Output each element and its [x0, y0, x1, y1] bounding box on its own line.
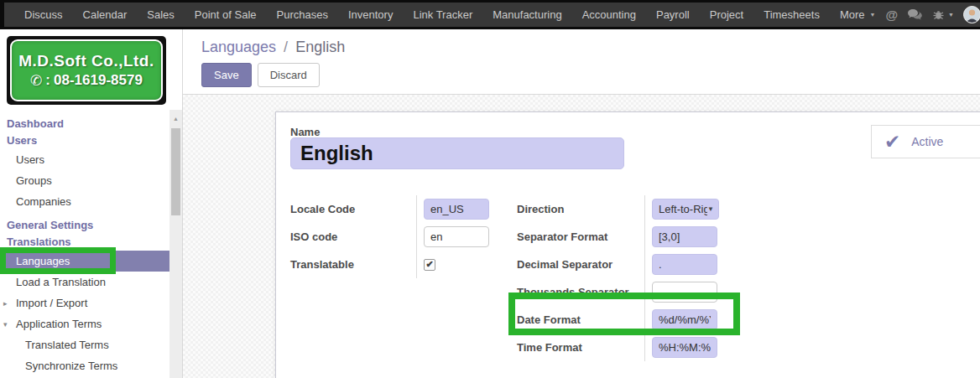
iso-code-label: ISO code [290, 230, 416, 243]
nav-item-discuss[interactable]: Discuss [14, 8, 73, 21]
sidebar-item-import-export[interactable]: ▸Import / Export [0, 293, 169, 313]
separator-format-label: Separator Format [517, 230, 644, 243]
sidebar-item-groups[interactable]: Groups [0, 170, 169, 191]
company-logo: M.D.Soft Co.,Ltd. ✆ : 08-1619-8579 [7, 36, 166, 105]
nav-item-point-of-sale[interactable]: Point of Sale [185, 8, 267, 21]
locale-code-input[interactable] [424, 199, 489, 220]
name-input[interactable] [290, 137, 624, 169]
time-format-input[interactable] [652, 337, 717, 358]
nav-item-purchases[interactable]: Purchases [267, 8, 338, 21]
avatar[interactable] [963, 6, 980, 23]
scrollbar-thumb[interactable] [171, 128, 180, 215]
sidebar-section-general-settings[interactable]: General Settings [0, 217, 169, 234]
chevron-down-icon: ▼ [870, 12, 876, 18]
field-row-decimal-separator: Decimal Separator [517, 251, 719, 278]
company-phone: ✆ : 08-1619-8579 [30, 72, 143, 90]
chevron-right-icon: ▸ [3, 298, 8, 309]
mentions-icon[interactable]: @ [885, 8, 898, 22]
save-button[interactable]: Save [201, 63, 252, 87]
content-area: Name Locale Code ISO code Translatable ✔ [183, 94, 980, 378]
sidebar-menu: Dashboard Users Users Groups Companies G… [0, 116, 169, 376]
check-icon: ✔ [425, 260, 433, 269]
field-row-thousands-separator: Thousands Separator [517, 278, 719, 306]
sidebar-item-dashboard[interactable]: Dashboard [0, 116, 169, 132]
translatable-checkbox[interactable]: ✔ [424, 259, 435, 271]
nav-item-more[interactable]: More ▼ [830, 8, 886, 21]
direction-value: Left-to-Right [659, 203, 707, 215]
nav-item-timesheets[interactable]: Timesheets [753, 8, 830, 21]
field-row-translatable: Translatable ✔ [290, 251, 489, 278]
locale-code-label: Locale Code [290, 203, 416, 215]
field-group-left: Locale Code ISO code Translatable ✔ [290, 195, 489, 278]
direction-select[interactable]: Left-to-Right ▼ [652, 199, 719, 220]
active-label: Active [911, 135, 943, 148]
check-icon: ✔ [884, 132, 900, 152]
nav-item-payroll[interactable]: Payroll [646, 8, 700, 21]
company-name: M.D.Soft Co.,Ltd. [18, 52, 154, 70]
date-format-label: Date Format [517, 313, 644, 326]
thousands-separator-label: Thousands Separator [517, 286, 644, 298]
sidebar-section-users[interactable]: Users [0, 132, 169, 149]
separator-format-input[interactable] [652, 226, 717, 247]
breadcrumb-languages-link[interactable]: Languages [201, 39, 276, 55]
nav-item-project[interactable]: Project [700, 8, 753, 21]
sidebar-item-users[interactable]: Users [0, 149, 169, 170]
breadcrumb-current: English [295, 39, 345, 55]
sidebar-section-translations[interactable]: Translations [0, 234, 169, 251]
name-field-label: Name [290, 126, 320, 138]
breadcrumb-separator: / [280, 39, 291, 55]
direction-label: Direction [517, 203, 644, 215]
nav-item-calendar[interactable]: Calendar [73, 8, 138, 21]
sidebar-item-companies[interactable]: Companies [0, 191, 169, 212]
date-format-input[interactable] [652, 309, 717, 330]
sidebar-item-label: Application Terms [16, 318, 102, 330]
top-nav-right: @ ▼ Admin [885, 6, 980, 23]
chevron-down-icon: ▼ [707, 205, 714, 213]
more-label: More [840, 8, 865, 21]
chat-icon[interactable] [907, 8, 923, 22]
field-row-locale-code: Locale Code [290, 195, 489, 223]
decimal-separator-label: Decimal Separator [517, 258, 644, 271]
top-nav-menus: Discuss Calendar Sales Point of Sale Pur… [4, 8, 885, 21]
field-row-direction: Direction Left-to-Right ▼ [517, 195, 719, 223]
translatable-label: Translatable [290, 258, 416, 271]
thousands-separator-input[interactable] [652, 282, 717, 303]
breadcrumb: Languages / English [201, 39, 345, 56]
debug-menu[interactable]: ▼ [932, 8, 954, 21]
nav-item-sales[interactable]: Sales [137, 8, 185, 21]
sidebar-item-load-a-translation[interactable]: Load a Translation [0, 272, 169, 293]
phone-number: 08-1619-8579 [54, 72, 143, 89]
field-group-right: Direction Left-to-Right ▼ Separator Form… [517, 195, 719, 361]
form-sheet: Name Locale Code ISO code Translatable ✔ [275, 111, 980, 378]
field-row-date-format: Date Format [517, 306, 719, 334]
nav-item-accounting[interactable]: Accounting [572, 8, 646, 21]
avatar-photo [964, 7, 980, 23]
nav-item-manufacturing[interactable]: Manufacturing [482, 8, 571, 21]
phone-separator: : [45, 72, 50, 89]
chevron-down-icon: ▾ [3, 319, 8, 330]
sidebar-item-application-terms[interactable]: ▾Application Terms [0, 313, 169, 334]
sidebar-item-synchronize-terms[interactable]: Synchronize Terms [0, 355, 169, 376]
chevron-down-icon: ▼ [948, 12, 954, 18]
sidebar-item-label: Import / Export [16, 297, 87, 309]
phone-icon: ✆ [30, 72, 42, 90]
time-format-label: Time Format [517, 341, 644, 354]
discard-button[interactable]: Discard [258, 63, 320, 87]
iso-code-input[interactable] [424, 226, 489, 247]
field-row-iso-code: ISO code [290, 223, 489, 251]
sidebar-item-languages[interactable]: Languages [0, 251, 169, 272]
nav-item-link-tracker[interactable]: Link Tracker [403, 8, 482, 21]
bug-icon [932, 8, 945, 21]
field-row-separator-format: Separator Format [517, 223, 719, 251]
sidebar-scrollbar[interactable]: ▲ [169, 110, 182, 378]
company-logo-inner: M.D.Soft Co.,Ltd. ✆ : 08-1619-8579 [10, 39, 163, 101]
scroll-up-icon[interactable]: ▲ [169, 116, 182, 122]
decimal-separator-input[interactable] [652, 254, 717, 275]
sidebar-item-translated-terms[interactable]: Translated Terms [0, 334, 169, 355]
active-toggle[interactable]: ✔ Active [871, 125, 980, 158]
nav-item-inventory[interactable]: Inventory [338, 8, 403, 21]
field-row-time-format: Time Format [517, 334, 719, 361]
top-nav-bar: Discuss Calendar Sales Point of Sale Pur… [0, 0, 980, 29]
action-buttons: Save Discard [201, 63, 320, 87]
